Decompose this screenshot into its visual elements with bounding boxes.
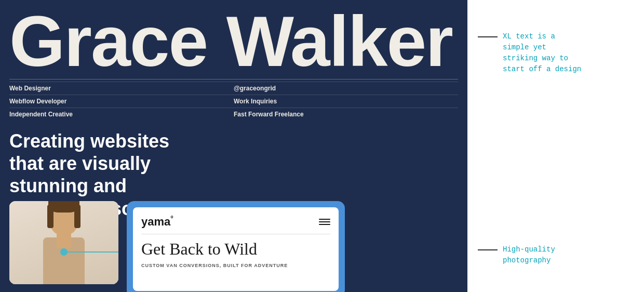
annotation-line	[68, 251, 118, 253]
arrow-line-top	[478, 36, 498, 37]
info-cell-work-inquiries: Work Inquiries	[234, 95, 458, 108]
photo-card	[9, 201, 118, 284]
browser-inner: yama° Get Back to Wild CUSTOM VAN CONVER…	[133, 207, 339, 291]
annotation-text-xl: XL text is a simple yet striking way to …	[503, 31, 581, 75]
hamburger-menu-icon[interactable]	[319, 219, 330, 225]
annotation-top: XL text is a simple yet striking way to …	[478, 31, 634, 75]
hamburger-line-3	[319, 224, 330, 225]
info-cell-social: @graceongrid	[234, 82, 458, 95]
hamburger-line-1	[319, 219, 330, 220]
browser-subtitle: CUSTOM VAN CONVERSIONS, BUILT FOR ADVENT…	[141, 263, 330, 269]
hamburger-line-2	[319, 221, 330, 222]
yama-logo: yama°	[141, 215, 173, 229]
info-cell-independent: Independent Creative	[9, 108, 234, 121]
annotation-bottom: High-quality photography	[478, 244, 634, 266]
hero-name: Grace Walker	[0, 0, 467, 77]
browser-divider	[141, 234, 330, 234]
dot-indicator	[60, 248, 68, 256]
portfolio-section: Grace Walker Web Designer @graceongrid W…	[0, 0, 467, 292]
info-cell-webflow: Webflow Developer	[9, 95, 234, 108]
photo-placeholder	[9, 201, 118, 284]
arrow-line-bottom	[478, 249, 498, 250]
browser-card: yama° Get Back to Wild CUSTOM VAN CONVER…	[127, 201, 345, 292]
info-cell-fast-forward: Fast Forward Freelance	[234, 108, 458, 121]
info-grid: Web Designer @graceongrid Webflow Develo…	[9, 82, 458, 121]
browser-title: Get Back to Wild	[141, 240, 330, 259]
annotation-text-photo: High-quality photography	[503, 244, 555, 266]
browser-header: yama°	[141, 215, 330, 229]
info-cell-web-designer: Web Designer	[9, 82, 234, 95]
annotation-section: XL text is a simple yet striking way to …	[467, 0, 644, 292]
bottom-cards: yama° Get Back to Wild CUSTOM VAN CONVER…	[0, 201, 467, 292]
